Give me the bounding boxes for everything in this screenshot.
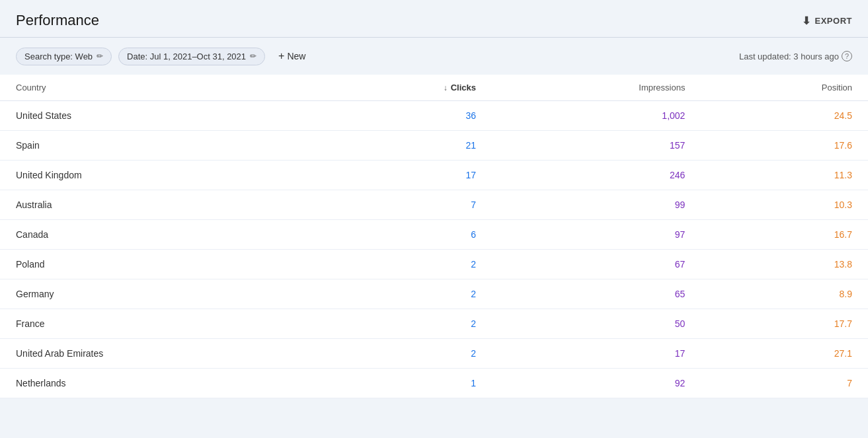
sort-down-icon: ↓ [444, 83, 448, 92]
search-type-label: Search type: Web [24, 52, 93, 61]
position-column-label: Position [822, 83, 852, 92]
position-cell: 27.1 [701, 339, 868, 369]
clicks-cell: 2 [319, 250, 492, 279]
position-cell: 17.6 [701, 131, 868, 161]
position-cell: 8.9 [701, 279, 868, 309]
clicks-cell: 2 [319, 339, 492, 369]
impressions-cell: 97 [492, 220, 701, 250]
table-row: Netherlands1927 [0, 369, 868, 398]
page-title: Performance [16, 12, 99, 29]
clicks-cell: 21 [319, 131, 492, 161]
clicks-column-label: Clicks [451, 83, 476, 92]
filters-bar: Search type: Web ✏ Date: Jul 1, 2021–Oct… [0, 38, 868, 75]
table-row: Canada69716.7 [0, 220, 868, 250]
column-header-clicks[interactable]: ↓ Clicks [319, 75, 492, 101]
date-filter[interactable]: Date: Jul 1, 2021–Oct 31, 2021 ✏ [118, 48, 265, 65]
table-row: Spain2115717.6 [0, 131, 868, 161]
performance-table: Country ↓ Clicks Impressions Position Un… [0, 75, 868, 398]
country-cell: Spain [0, 131, 319, 161]
table-row: United States361,00224.5 [0, 101, 868, 131]
table-row: United Kingdom1724611.3 [0, 161, 868, 190]
column-header-position[interactable]: Position [701, 75, 868, 101]
impressions-cell: 17 [492, 339, 701, 369]
clicks-cell: 2 [319, 279, 492, 309]
table-header-row: Country ↓ Clicks Impressions Position [0, 75, 868, 101]
impressions-cell: 157 [492, 131, 701, 161]
country-cell: France [0, 309, 319, 339]
table-body: United States361,00224.5Spain2115717.6Un… [0, 101, 868, 398]
country-cell: United States [0, 101, 319, 131]
edit-icon-date: ✏ [250, 52, 256, 61]
impressions-cell: 246 [492, 161, 701, 190]
page-header: Performance ⬇ EXPORT [0, 0, 868, 37]
impressions-cell: 50 [492, 309, 701, 339]
country-cell: Germany [0, 279, 319, 309]
last-updated: Last updated: 3 hours ago ? [739, 51, 852, 61]
column-header-impressions[interactable]: Impressions [492, 75, 701, 101]
table-row: Poland26713.8 [0, 250, 868, 279]
last-updated-text: Last updated: 3 hours ago [739, 52, 839, 61]
table-row: France25017.7 [0, 309, 868, 339]
clicks-cell: 6 [319, 220, 492, 250]
help-icon[interactable]: ? [842, 51, 852, 61]
search-type-filter[interactable]: Search type: Web ✏ [16, 48, 112, 65]
column-header-country: Country [0, 75, 319, 101]
export-button[interactable]: ⬇ EXPORT [802, 15, 852, 27]
table-row: Australia79910.3 [0, 190, 868, 220]
clicks-cell: 17 [319, 161, 492, 190]
table-row: United Arab Emirates21727.1 [0, 339, 868, 369]
country-cell: Australia [0, 190, 319, 220]
impressions-cell: 67 [492, 250, 701, 279]
data-table-container: Country ↓ Clicks Impressions Position Un… [0, 75, 868, 398]
plus-icon: + [278, 50, 284, 62]
impressions-cell: 99 [492, 190, 701, 220]
clicks-cell: 1 [319, 369, 492, 398]
position-cell: 24.5 [701, 101, 868, 131]
position-cell: 7 [701, 369, 868, 398]
impressions-cell: 1,002 [492, 101, 701, 131]
download-icon: ⬇ [802, 15, 811, 27]
clicks-cell: 2 [319, 309, 492, 339]
date-label: Date: Jul 1, 2021–Oct 31, 2021 [127, 52, 246, 61]
position-cell: 13.8 [701, 250, 868, 279]
country-cell: Canada [0, 220, 319, 250]
position-cell: 11.3 [701, 161, 868, 190]
clicks-cell: 7 [319, 190, 492, 220]
position-cell: 17.7 [701, 309, 868, 339]
impressions-cell: 92 [492, 369, 701, 398]
export-label: EXPORT [815, 16, 852, 26]
impressions-cell: 65 [492, 279, 701, 309]
country-cell: Netherlands [0, 369, 319, 398]
country-cell: United Kingdom [0, 161, 319, 190]
country-cell: United Arab Emirates [0, 339, 319, 369]
edit-icon: ✏ [97, 52, 103, 61]
clicks-cell: 36 [319, 101, 492, 131]
table-row: Germany2658.9 [0, 279, 868, 309]
position-cell: 10.3 [701, 190, 868, 220]
country-cell: Poland [0, 250, 319, 279]
impressions-column-label: Impressions [639, 83, 685, 92]
position-cell: 16.7 [701, 220, 868, 250]
new-button[interactable]: + New [272, 47, 312, 65]
new-label: New [287, 51, 305, 61]
